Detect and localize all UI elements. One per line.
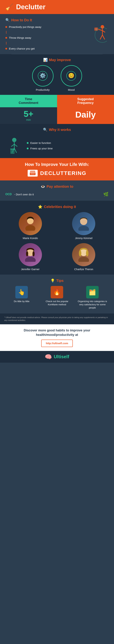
tip-card-0: 👆 Do little by little [5,286,38,310]
why-dot [27,148,29,149]
commitment-values-row: 5+ min Daily [0,107,114,124]
footer-url: http://ultiself.com [46,342,68,345]
celeb-card-jennifer-garner: Jennifer Garner [5,243,55,271]
footer-cta-text: Discover more good habits to improve you… [5,328,109,337]
celeb-name: Marie Kondo [23,236,38,240]
lightbulb-icon: 💡 [50,278,55,283]
pay-attention-header: 👁️ Pay attention to [5,184,109,188]
celeb-card-jimmy-kimmel: Jimmy Kimmel [59,212,109,240]
footer-cta: Discover more good habits to improve you… [0,324,114,351]
celeb-avatar-marie-kondo [19,212,42,235]
svg-line-16 [11,144,14,146]
header-icon: 🧹 [5,3,13,11]
header: 🧹 Declutter [0,0,114,14]
how-to-section: 🔍 How to Do It Proactively put things aw… [0,14,114,54]
pay-attention-text: - Don't over do it [14,193,34,196]
celeb-avatar-jennifer-garner [19,243,42,266]
why-title: Why it works [49,128,71,132]
svg-rect-27 [30,172,35,172]
celeb-card-charlize-theron: Charlize Theron [59,243,109,271]
svg-text:😊: 😊 [68,73,74,78]
svg-line-4 [100,35,102,40]
why-items: Easier to function Frees up your time [27,141,109,150]
brand-name-part1: Ulti [54,354,61,359]
svg-point-45 [78,257,89,262]
productivity-label: Productivity [36,88,50,91]
how-to-figure [89,24,109,44]
bullet-dot [5,26,7,28]
celebrities-title: Celebrities doing it [44,205,76,209]
footer-url-box[interactable]: http://ultiself.com [41,340,73,347]
svg-rect-28 [30,173,35,174]
brand-name-part2: self [61,354,69,359]
how-to-title: How to Do It [11,18,32,22]
time-value: 5+ [24,110,33,118]
improve-banner-title: How To Improve Your Life With: [5,162,109,167]
celeb-card-marie-kondo: Marie Kondo [5,212,55,240]
time-value-cell: 5+ min [0,107,57,124]
svg-line-3 [102,30,105,32]
svg-point-14 [12,138,16,142]
svg-point-30 [25,225,35,231]
pay-attention-content: OCD - Don't over do it 🌿 [5,192,109,197]
svg-point-43 [32,251,35,256]
tip-text-1: Check out the popular KonMarie method [41,300,73,306]
frequency-value-cell: Daily [57,107,114,124]
list-item: Proactively put things away [5,26,89,28]
tip-icon-1: 🔥 [51,286,63,298]
may-improve-header: 📊 May improve [5,58,109,62]
may-improve-section: 📊 May improve ⚙️ Productivity 😊 Mood [0,54,114,95]
connector-line [6,42,7,44]
tip-icon-0: 👆 [15,286,28,298]
why-content: Easier to function Frees up your time [5,137,109,154]
bullet-dot [5,48,7,50]
how-to-list: Proactively put things away Throw things… [5,26,89,50]
improve-card-mood: 😊 Mood [61,65,82,91]
may-improve-title: May improve [49,58,71,62]
tips-title: Tips [56,279,64,283]
svg-point-42 [26,251,28,256]
why-item: Frees up your time [27,147,109,150]
search-icon: 🔍 [43,128,47,132]
tips-header: 💡 Tips [5,278,109,283]
svg-point-35 [78,226,89,231]
star-icon: ⭐ [38,204,42,209]
commitment-row: Time Commitment Suggested Frequency [0,95,114,107]
ocd-label: OCD [5,193,12,196]
why-figure [5,137,23,154]
celebrities-header: ⭐ Celebrities doing it [5,204,109,209]
celebrities-section: ⭐ Celebrities doing it Marie Kondo [0,201,114,274]
improve-banner: How To Improve Your Life With: DECLUTTER… [0,158,114,180]
improve-banner-subtitle: DECLUTTERING [5,170,109,176]
caution-icon: 🌿 [103,192,109,197]
why-item: Easier to function [27,141,109,144]
celeb-name: Charlize Theron [74,268,93,271]
list-item: Throw things away [5,36,89,39]
tip-text-2: Organizing into categories is very satis… [76,300,109,310]
declutter-icon-box [28,170,38,176]
svg-point-49 [86,250,88,256]
celeb-name: Jennifer Garner [21,268,40,271]
time-commitment-header: Time Commitment [0,95,57,107]
footer-brand: 🧠 Ultiself [0,351,114,363]
svg-point-33 [27,218,34,222]
tip-icon-2: 🗂️ [86,286,99,298]
why-dot [27,142,29,144]
tips-section: 💡 Tips 👆 Do little by little 🔥 Check out… [0,274,114,314]
why-header: 🔍 Why it works [5,128,109,132]
svg-rect-21 [10,148,15,150]
connector-line [6,31,7,34]
frequency-value: Daily [75,110,96,120]
how-to-icon: 🔍 [5,18,10,22]
brand-name: Ultiself [54,354,69,360]
frequency-header: Suggested Frequency [57,95,114,107]
mood-circle: 😊 [61,65,82,86]
improve-cards: ⚙️ Productivity 😊 Mood [5,65,109,91]
pay-attention-title: Pay attention to [46,184,73,188]
disclaimer-section: * Ultiself does not provide medical advi… [0,314,114,324]
tip-card-2: 🗂️ Organizing into categories is very sa… [76,286,109,310]
eye-icon: 👁️ [41,184,45,188]
improve-card-productivity: ⚙️ Productivity [32,65,53,91]
mood-label: Mood [68,88,75,91]
tips-grid: 👆 Do little by little 🔥 Check out the po… [5,286,109,310]
